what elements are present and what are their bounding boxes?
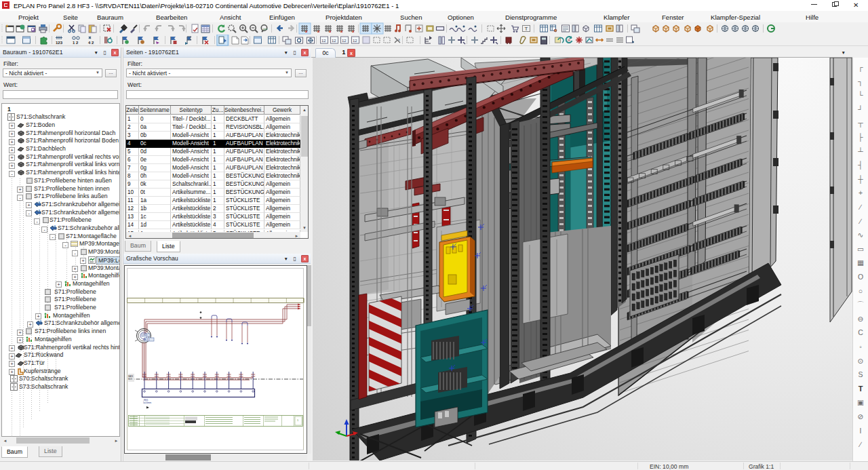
svg-text:x: x [398,37,400,41]
svg-text:T: T [524,26,528,32]
svg-text:12: 12 [353,39,357,43]
svg-text:4 2: 4 2 [88,41,94,45]
svg-text:123: 123 [56,41,63,45]
svg-text:-X01: -X01 [142,334,147,336]
svg-text:5x16mm: 5x16mm [143,402,152,404]
svg-text:PE-L1: PE-L1 [143,338,150,341]
svg-text:12: 12 [342,39,347,43]
svg-text:BUS: BUS [128,378,132,380]
svg-text:12: 12 [332,39,336,43]
svg-text:12: 12 [321,39,326,43]
svg-text:ges: ges [263,27,267,31]
svg-text:1 2: 1 2 [73,41,79,45]
